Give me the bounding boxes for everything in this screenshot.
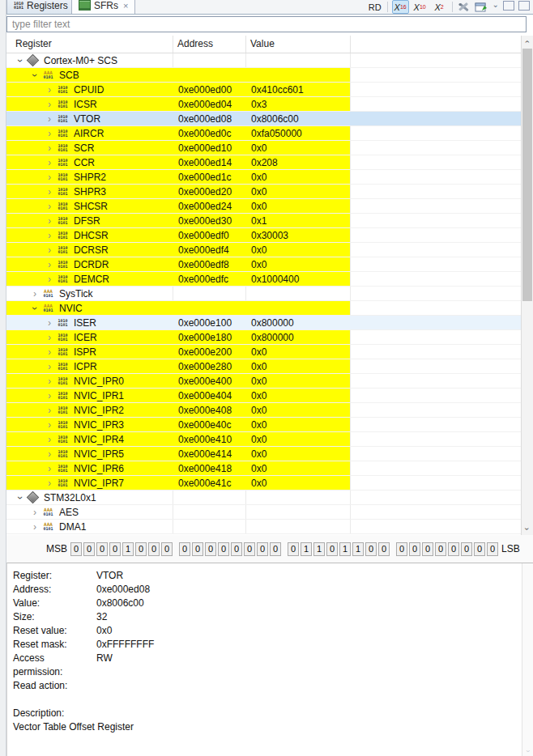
table-row[interactable]: ›10100101SHPR30xe000ed200x0 (6, 185, 533, 199)
table-row[interactable]: ›10100101NVIC_IPR20xe000e4080x0 (6, 403, 533, 418)
table-row[interactable]: ›10100101SHCSR0xe000ed240x0 (6, 199, 533, 214)
filter-input[interactable] (6, 16, 527, 32)
radix-16-button[interactable]: X16 (392, 0, 409, 14)
table-row[interactable]: ›10100101NVIC_IPR10xe000e4040x0 (6, 389, 533, 403)
table-row[interactable]: ›10100101DEMCR0xe000edfc0x1000400 (6, 272, 533, 287)
bit-toggle[interactable]: 1 (339, 542, 351, 556)
table-row[interactable]: ›10100101ISPR0xe000e2000x0 (6, 345, 533, 359)
table-row[interactable]: ›10100101DCRSR0xe000edf40x0 (6, 243, 533, 257)
bit-toggle[interactable]: 0 (288, 542, 299, 556)
chevron-collapsed-icon[interactable]: › (43, 361, 55, 372)
bit-toggle[interactable]: 1 (301, 542, 312, 556)
column-header-address[interactable]: Address (177, 38, 213, 49)
chevron-collapsed-icon[interactable]: › (43, 157, 55, 168)
bit-toggle[interactable]: 0 (135, 542, 147, 556)
scrollbar-thumb[interactable] (522, 49, 532, 301)
bit-toggle[interactable]: 1 (313, 542, 325, 556)
table-row[interactable]: ›10100101NVIC_IPR00xe000e4000x0 (6, 374, 533, 389)
bit-toggle[interactable]: 0 (474, 542, 485, 556)
minimize-icon[interactable] (503, 1, 514, 11)
bit-toggle[interactable]: 1 (352, 542, 364, 556)
table-row[interactable]: ›10100101NVIC_IPR40xe000e4100x0 (6, 432, 533, 447)
column-header-value[interactable]: Value (250, 38, 275, 49)
table-row[interactable]: ›10100101DCRDR0xe000edf80x0 (6, 257, 533, 272)
bit-toggle[interactable]: 0 (83, 542, 95, 556)
bit-toggle[interactable]: 0 (435, 542, 446, 556)
bit-toggle[interactable]: 0 (109, 542, 121, 556)
table-row[interactable]: ›10100101VTOR0xe000ed080x8006c00 (6, 112, 533, 126)
table-row[interactable]: ›AAA0101DMA1 (6, 520, 533, 534)
table-row[interactable]: ›10100101ICSR0xe000ed040x3 (6, 97, 533, 112)
bit-toggle[interactable]: 0 (448, 542, 459, 556)
table-row[interactable]: ›10100101NVIC_IPR50xe000e4140x0 (6, 447, 533, 461)
bit-toggle[interactable]: 0 (192, 542, 203, 556)
table-row[interactable]: ›10100101CPUID0xe000ed000x410cc601 (6, 83, 533, 97)
scroll-down-icon[interactable]: › (522, 523, 533, 535)
chevron-collapsed-icon[interactable]: › (43, 172, 55, 182)
table-scrollbar[interactable]: › › (521, 36, 533, 535)
bit-toggle[interactable]: 0 (205, 542, 216, 556)
tab-sfrs[interactable]: SFRs × (71, 0, 135, 14)
chevron-collapsed-icon[interactable]: › (43, 201, 55, 211)
tools-icon[interactable] (457, 1, 471, 13)
chevron-collapsed-icon[interactable]: › (43, 390, 55, 401)
column-divider[interactable] (173, 36, 173, 53)
bit-toggle[interactable]: 0 (161, 542, 173, 556)
chevron-expanded-icon[interactable]: › (29, 69, 40, 81)
radix-10-button[interactable]: X10 (411, 0, 429, 14)
table-row[interactable]: ›STM32L0x1 (6, 491, 533, 505)
bit-toggle[interactable]: 0 (231, 542, 242, 556)
chevron-collapsed-icon[interactable]: › (43, 478, 55, 488)
chevron-collapsed-icon[interactable]: › (43, 346, 55, 357)
table-row[interactable]: ›10100101SHPR20xe000ed1c0x0 (6, 170, 533, 185)
chevron-collapsed-icon[interactable]: › (43, 405, 55, 415)
column-divider[interactable] (350, 36, 351, 53)
chevron-collapsed-icon[interactable]: › (43, 434, 55, 444)
table-row[interactable]: ›10100101SCR0xe000ed100x0 (6, 141, 533, 155)
table-row[interactable]: ›10100101NVIC_IPR30xe000e40c0x0 (6, 418, 533, 432)
chevron-expanded-icon[interactable]: › (15, 491, 25, 503)
bit-toggle[interactable]: 0 (422, 542, 433, 556)
details-scrollbar[interactable]: › (522, 563, 533, 756)
chevron-collapsed-icon[interactable]: › (28, 521, 41, 532)
bit-toggle[interactable]: 0 (487, 542, 498, 556)
table-row[interactable]: ›10100101DFSR0xe000ed300x1 (6, 214, 533, 228)
bit-toggle[interactable]: 0 (270, 542, 281, 556)
chevron-collapsed-icon[interactable]: › (43, 463, 55, 474)
export-icon[interactable] (475, 1, 488, 13)
close-icon[interactable]: × (123, 1, 128, 11)
chevron-expanded-icon[interactable]: › (15, 54, 25, 66)
chevron-collapsed-icon[interactable]: › (43, 84, 55, 95)
table-row[interactable]: ›10100101NVIC_IPR60xe000e4180x0 (6, 461, 533, 476)
bit-toggle[interactable]: 0 (96, 542, 108, 556)
bit-toggle[interactable]: 0 (396, 542, 407, 556)
tab-registers[interactable]: 10100101 Registers (6, 0, 75, 14)
chevron-collapsed-icon[interactable]: › (28, 507, 41, 517)
bit-toggle[interactable]: 0 (218, 542, 229, 556)
table-row[interactable]: ›AAA0101NVIC (6, 301, 533, 316)
radix-2-button[interactable]: X2 (431, 0, 448, 14)
chevron-collapsed-icon[interactable]: › (43, 332, 55, 342)
left-sash[interactable] (0, 0, 6, 756)
bit-toggle[interactable]: 1 (122, 542, 134, 556)
chevron-collapsed-icon[interactable]: › (43, 244, 55, 255)
bit-toggle[interactable]: 0 (148, 542, 160, 556)
chevron-collapsed-icon[interactable]: › (43, 376, 55, 386)
table-row[interactable]: ›10100101CCR0xe000ed140x208 (6, 155, 533, 170)
chevron-collapsed-icon[interactable]: › (43, 113, 55, 124)
chevron-expanded-icon[interactable]: › (29, 302, 40, 314)
table-row[interactable]: ›AAA0101SysTick (6, 287, 533, 301)
chevron-collapsed-icon[interactable]: › (43, 128, 55, 138)
table-row[interactable]: ›AAA0101SCB (6, 68, 533, 83)
table-row[interactable]: ›10100101ICPR0xe000e2800x0 (6, 359, 533, 374)
bit-toggle[interactable]: 0 (179, 542, 190, 556)
bit-toggle[interactable]: 0 (378, 542, 390, 556)
bit-toggle[interactable]: 0 (326, 542, 338, 556)
view-menu-icon[interactable]: ⌄ (492, 0, 499, 9)
column-header-register[interactable]: Register (15, 38, 52, 49)
table-row[interactable]: ›Cortex-M0+ SCS (6, 53, 533, 68)
chevron-collapsed-icon[interactable]: › (43, 142, 55, 153)
table-row[interactable]: ›AAA0101AES (6, 505, 533, 520)
chevron-collapsed-icon[interactable]: › (43, 274, 55, 284)
maximize-icon[interactable] (518, 1, 530, 11)
